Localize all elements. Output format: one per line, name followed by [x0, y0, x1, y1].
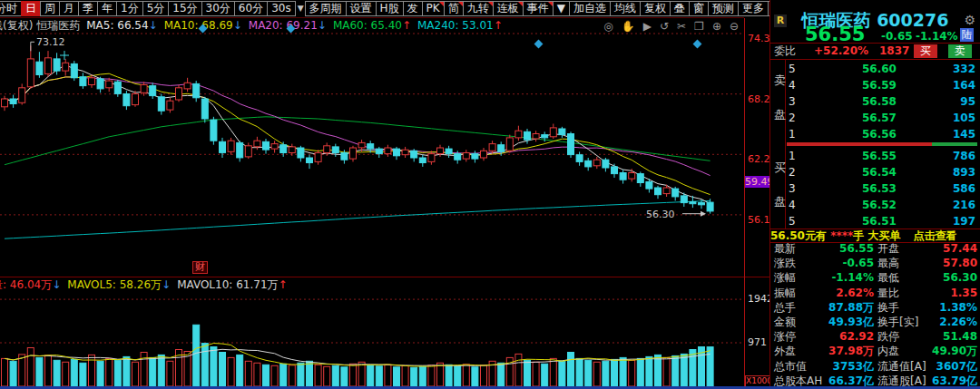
- toolbar-button-发[interactable]: 发: [403, 1, 423, 16]
- level-number: 2: [789, 110, 796, 126]
- level-price: 56.51: [852, 213, 906, 229]
- level-number: 3: [789, 93, 796, 110]
- toolbar-button-简[interactable]: 简: [444, 1, 464, 16]
- candlestick-chart[interactable]: 73.1256.30: [0, 24, 744, 277]
- stat-label: 开盘: [877, 241, 899, 256]
- buy-button[interactable]: 买: [914, 44, 937, 58]
- period-button-年[interactable]: 年: [97, 1, 117, 16]
- stat-row: 涨跌-0.65最高57.80: [770, 256, 980, 270]
- period-toolbar: 分时日周月季年1分5分15分30分60分30s▼多周期设置 H股发PK简九转连板…: [0, 0, 744, 18]
- level-price: 56.55: [852, 148, 906, 164]
- toolbar-button-加自选[interactable]: 加自选: [569, 1, 611, 16]
- volume-chart[interactable]: [0, 292, 744, 386]
- stat-label: 金额: [774, 315, 796, 329]
- stat-value: 37.98万: [807, 344, 874, 358]
- toolbar-button-均线[interactable]: 均线: [610, 1, 641, 16]
- period-button-30s[interactable]: 30s: [267, 1, 296, 16]
- bid-level-2[interactable]: 256.54893: [787, 164, 979, 180]
- bid-level-4[interactable]: 456.52216: [787, 197, 979, 213]
- ask-level-1[interactable]: 156.56145: [787, 126, 979, 142]
- bid-level-5[interactable]: 556.51197: [787, 213, 979, 229]
- period-button-30分[interactable]: 30分: [201, 1, 235, 16]
- stat-label: 涨幅: [774, 270, 796, 285]
- toolbar-button-多周期[interactable]: 多周期: [305, 1, 347, 16]
- period-button-1分[interactable]: 1分: [116, 1, 143, 16]
- finance-event-badge[interactable]: 财: [192, 261, 208, 274]
- ask-level-3[interactable]: 356.5895: [787, 93, 979, 110]
- stat-value: 62.92: [807, 329, 874, 344]
- stat-label: 总手: [774, 300, 796, 315]
- divider: [770, 43, 980, 44]
- price-axis-marker: 59.49: [745, 176, 770, 188]
- period-button-5分[interactable]: 5分: [142, 1, 170, 16]
- level-volume: 95: [960, 93, 975, 110]
- stat-label: 换手: [877, 300, 899, 315]
- level-price: 56.52: [852, 197, 906, 213]
- period-button-分时[interactable]: 分时: [0, 1, 22, 16]
- stat-label: 内盘: [877, 344, 899, 358]
- stat-row: 涨幅-1.14%最低56.30: [770, 270, 980, 285]
- toolbar-button-九转[interactable]: 九转: [463, 1, 494, 16]
- ask-level-2[interactable]: 256.57105: [787, 110, 979, 126]
- toolbar-button-事件[interactable]: 事件: [523, 1, 554, 16]
- weibi-value: +52.20%: [814, 44, 868, 58]
- market-tag: 陆: [960, 28, 974, 42]
- level-number: 1: [789, 126, 796, 142]
- weibi-row: 委比 +52.20% 1837 买 卖: [770, 44, 980, 58]
- stat-row: 总手87.88万换手1.38%: [770, 300, 980, 315]
- toolbar-button-更多[interactable]: 更多: [738, 1, 769, 16]
- level-volume: 105: [953, 110, 975, 126]
- volume-axis-label: 971: [748, 336, 767, 348]
- period-button-月[interactable]: 月: [59, 1, 79, 16]
- stat-value: 56.55: [807, 241, 874, 256]
- toolbar-button-复权[interactable]: 复权: [640, 1, 671, 16]
- stat-value: 2.62%: [807, 286, 874, 300]
- sell-button[interactable]: 卖: [948, 44, 972, 58]
- level-volume: 332: [953, 61, 975, 77]
- toolbar-button-PK[interactable]: PK: [422, 1, 445, 16]
- gear-icon[interactable]: ⚙: [964, 13, 975, 27]
- level-price: 56.54: [852, 164, 906, 180]
- bid-level-3[interactable]: 356.53586: [787, 180, 979, 197]
- period-button-周[interactable]: 周: [40, 1, 60, 16]
- toolbar-button-预测[interactable]: 预测: [708, 1, 739, 16]
- level-price: 56.58: [852, 93, 906, 110]
- stat-value: 57.44: [916, 241, 977, 256]
- period-button-60分[interactable]: 60分: [234, 1, 268, 16]
- toolbar-button-窗[interactable]: 窗: [689, 1, 709, 16]
- mavol-value: MAVOL10: 61.71万↑: [177, 278, 287, 291]
- toolbar-button-叠[interactable]: 叠: [670, 1, 690, 16]
- order-book: 556.60332456.59164356.5895256.57105156.5…: [770, 59, 980, 229]
- stats-grid: 最新56.55开盘57.44涨跌-0.65最高57.80涨幅-1.14%最低56…: [770, 241, 980, 389]
- notice-view-link[interactable]: 点击查看: [913, 229, 956, 242]
- stat-value: 3607亿: [916, 359, 977, 374]
- ask-level-5[interactable]: 556.60332: [787, 61, 979, 77]
- period-button-季[interactable]: 季: [78, 1, 98, 16]
- ask-level-4[interactable]: 456.59164: [787, 77, 979, 93]
- book-side-label: 买: [774, 160, 785, 176]
- stat-value: 49.93亿: [807, 315, 874, 329]
- period-button-15分[interactable]: 15分: [168, 1, 201, 16]
- price-axis: 74.3368.2862.2356.1959.491942971X1000: [744, 18, 770, 389]
- stat-value: 1.38%: [916, 300, 977, 315]
- level-number: 5: [789, 213, 796, 229]
- level-volume: 586: [953, 180, 975, 197]
- price-change-pct: -1.14%: [916, 30, 958, 43]
- r-badge: R: [774, 15, 787, 27]
- stat-row: 振幅2.62%量比1.35: [770, 286, 980, 300]
- stat-label: 量比: [877, 286, 899, 300]
- weibi-label: 委比: [774, 44, 796, 58]
- stat-label: 外盘: [774, 344, 796, 358]
- stat-row: 外盘37.98万内盘49.90万: [770, 344, 980, 358]
- level-price: 56.57: [852, 110, 906, 126]
- period-button-日[interactable]: 日: [21, 1, 41, 16]
- toolbar-button-连板[interactable]: 连板: [493, 1, 524, 16]
- bid-level-1[interactable]: 156.55786: [787, 148, 979, 164]
- toolbar-button-设置[interactable]: 设置: [346, 1, 377, 16]
- toolbar-button-H股[interactable]: H股: [376, 1, 404, 16]
- book-side-label: 卖: [774, 73, 785, 89]
- toolbar-button-▼[interactable]: ▼: [553, 1, 570, 16]
- stat-label: 最低: [877, 270, 899, 285]
- level-volume: 197: [953, 213, 975, 229]
- stat-label: 最新: [774, 241, 796, 256]
